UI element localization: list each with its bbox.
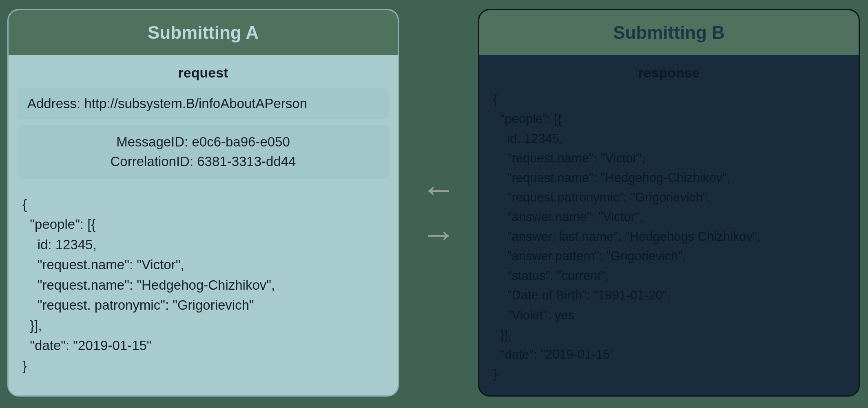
submitting-a-card: Submitting A request Address: http://sub… [7,9,399,397]
message-id-line: MessageID: e0c6-ba96-e050 [27,132,379,152]
arrow-right-icon: → [421,216,456,251]
submitting-b-card: Submitting B response { "people": [{ id:… [478,9,860,397]
request-ids-box: MessageID: e0c6-ba96-e050 CorrelationID:… [18,125,389,179]
request-label: request [9,55,398,88]
correlation-id-line: CorrelationID: 6381-3313-dd44 [27,152,379,171]
request-address-box: Address: http://subsystem.B/infoAboutAPe… [18,88,389,119]
submitting-b-title: Submitting B [613,22,725,43]
submitting-a-header: Submitting A [9,10,398,55]
arrows-group: ← → [408,171,469,251]
diagram-canvas: Submitting A request Address: http://sub… [0,0,868,408]
request-json-body: { "people": [{ id: 12345, "request.name"… [9,184,398,386]
submitting-b-header: Submitting B [479,10,859,55]
submitting-a-title: Submitting A [148,22,259,43]
response-label: response [479,55,859,86]
response-json-body: { "people": [{ id: 12345, "request.name"… [479,86,859,387]
request-address-line: Address: http://subsystem.B/infoAboutAPe… [27,94,379,113]
arrow-left-icon: ← [421,171,456,206]
